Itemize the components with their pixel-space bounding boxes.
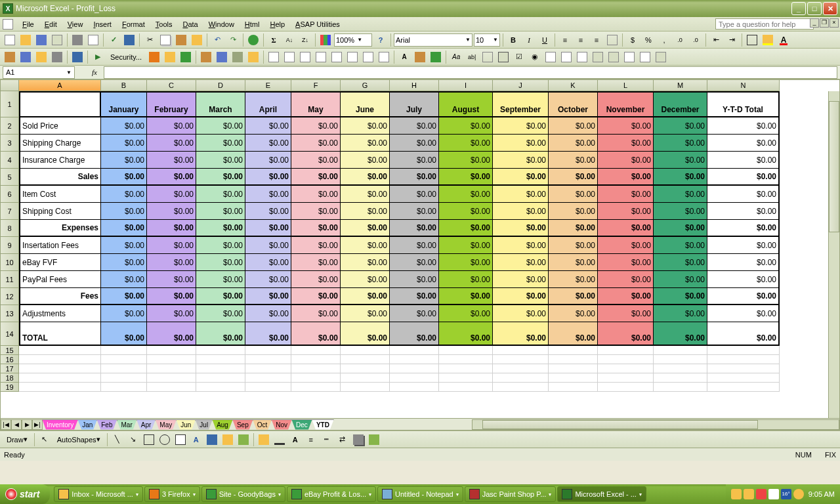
data-cell[interactable]: $0.00 <box>707 254 780 271</box>
data-cell[interactable]: $0.00 <box>245 186 291 203</box>
row-header-11[interactable]: 11 <box>1 271 19 288</box>
name-box[interactable]: A1▼ <box>3 66 75 79</box>
empty-cell[interactable] <box>707 373 780 383</box>
menu-window[interactable]: Window <box>203 19 240 30</box>
data-cell[interactable]: $0.00 <box>341 305 390 322</box>
underline-button[interactable]: U <box>537 33 552 47</box>
data-cell[interactable]: $0.00 <box>101 117 147 135</box>
data-cell[interactable]: $0.00 <box>598 169 654 186</box>
form-textbox-button[interactable]: ab| <box>465 50 479 64</box>
addin-icon-1[interactable] <box>199 50 213 64</box>
mdi-restore[interactable]: ❐ <box>820 18 829 28</box>
data-cell[interactable]: $0.00 <box>291 152 341 169</box>
empty-cell[interactable] <box>598 383 654 392</box>
menu-help[interactable]: Help <box>264 19 290 30</box>
row-label-cell[interactable]: TOTAL <box>19 322 101 346</box>
font-color-button[interactable]: A <box>776 33 791 47</box>
col-header-E[interactable]: E <box>245 80 291 91</box>
empty-cell[interactable] <box>654 383 707 392</box>
data-cell[interactable]: $0.00 <box>196 220 245 237</box>
empty-cell[interactable] <box>493 373 549 383</box>
data-cell[interactable]: $0.00 <box>493 117 549 135</box>
menu-edit[interactable]: Edit <box>39 19 62 30</box>
data-cell[interactable]: $0.00 <box>341 169 390 186</box>
data-cell[interactable]: $0.00 <box>549 152 598 169</box>
data-cell[interactable]: $0.00 <box>101 288 147 305</box>
format-painter-button[interactable] <box>190 33 204 47</box>
data-cell[interactable]: $0.00 <box>439 203 493 220</box>
data-cell[interactable]: $0.00 <box>101 322 147 346</box>
taskbar-item[interactable]: Site - GoodyBags▾ <box>201 486 285 502</box>
empty-cell[interactable] <box>549 383 598 392</box>
help-search-input[interactable] <box>715 18 814 30</box>
row-header-12[interactable]: 12 <box>1 288 19 305</box>
data-cell[interactable]: $0.00 <box>341 271 390 288</box>
addin-icon-5[interactable] <box>266 50 281 64</box>
data-cell[interactable]: $0.00 <box>598 237 654 254</box>
addin-icon-10[interactable] <box>345 50 360 64</box>
data-cell[interactable]: $0.00 <box>101 186 147 203</box>
data-cell[interactable]: $0.00 <box>245 135 291 152</box>
empty-cell[interactable] <box>707 355 780 364</box>
data-cell[interactable]: $0.00 <box>101 203 147 220</box>
data-cell[interactable]: $0.00 <box>147 271 196 288</box>
row-label-cell[interactable]: Adjustments <box>19 305 101 322</box>
empty-cell[interactable] <box>654 373 707 383</box>
form-code-button[interactable] <box>638 50 652 64</box>
tray-icon[interactable] <box>731 489 742 499</box>
oval-button[interactable] <box>158 432 172 447</box>
data-cell[interactable]: $0.00 <box>439 117 493 135</box>
empty-cell[interactable] <box>654 364 707 373</box>
data-cell[interactable]: $0.00 <box>707 322 780 346</box>
addin-icon-12[interactable] <box>377 50 391 64</box>
data-cell[interactable]: $0.00 <box>493 203 549 220</box>
data-cell[interactable]: $0.00 <box>291 220 341 237</box>
data-cell[interactable]: $0.00 <box>439 288 493 305</box>
data-cell[interactable]: $0.00 <box>196 135 245 152</box>
empty-cell[interactable] <box>147 373 196 383</box>
data-cell[interactable]: $0.00 <box>147 152 196 169</box>
empty-cell[interactable] <box>147 383 196 392</box>
toolbar-icon-3[interactable] <box>34 50 49 64</box>
data-cell[interactable]: $0.00 <box>196 305 245 322</box>
font-name-combo[interactable]: Arial▼ <box>394 33 472 47</box>
data-cell[interactable]: $0.00 <box>598 135 654 152</box>
empty-cell[interactable] <box>390 373 439 383</box>
data-cell[interactable]: $0.00 <box>549 237 598 254</box>
menu-html[interactable]: Html <box>240 19 265 30</box>
vertical-scrollbar[interactable] <box>828 91 839 418</box>
empty-cell[interactable] <box>390 346 439 355</box>
empty-cell[interactable] <box>196 383 245 392</box>
addin-icon-b[interactable] <box>413 50 427 64</box>
minimize-button[interactable]: _ <box>791 2 806 15</box>
data-cell[interactable]: $0.00 <box>654 117 707 135</box>
data-cell[interactable]: $0.00 <box>101 135 147 152</box>
data-cell[interactable]: $0.00 <box>439 186 493 203</box>
data-cell[interactable]: $0.00 <box>196 117 245 135</box>
formula-input[interactable] <box>104 66 837 79</box>
empty-cell[interactable] <box>101 355 147 364</box>
empty-cell[interactable] <box>654 355 707 364</box>
bold-button[interactable]: B <box>506 33 520 47</box>
data-cell[interactable]: $0.00 <box>654 288 707 305</box>
empty-cell[interactable] <box>245 346 291 355</box>
data-cell[interactable]: $0.00 <box>196 237 245 254</box>
spelling-button[interactable]: ✓ <box>106 33 121 47</box>
tab-nav-prev[interactable]: ◀ <box>11 419 22 430</box>
data-cell[interactable]: $0.00 <box>707 186 780 203</box>
redo-button[interactable]: ↷ <box>226 33 240 47</box>
empty-cell[interactable] <box>147 364 196 373</box>
empty-cell[interactable] <box>341 355 390 364</box>
data-cell[interactable]: $0.00 <box>549 305 598 322</box>
data-cell[interactable]: $0.00 <box>598 271 654 288</box>
month-header-cell[interactable]: September <box>493 91 549 117</box>
sheet-tab-aug[interactable]: Aug <box>212 419 233 430</box>
data-cell[interactable]: $0.00 <box>439 152 493 169</box>
sheet-tab-nov[interactable]: Nov <box>271 419 292 430</box>
data-cell[interactable]: $0.00 <box>147 135 196 152</box>
fill-color-draw-button[interactable] <box>257 432 271 447</box>
tab-nav-next[interactable]: ▶ <box>22 419 32 430</box>
data-cell[interactable]: $0.00 <box>390 135 439 152</box>
month-header-cell[interactable]: November <box>598 91 654 117</box>
empty-cell[interactable] <box>390 355 439 364</box>
